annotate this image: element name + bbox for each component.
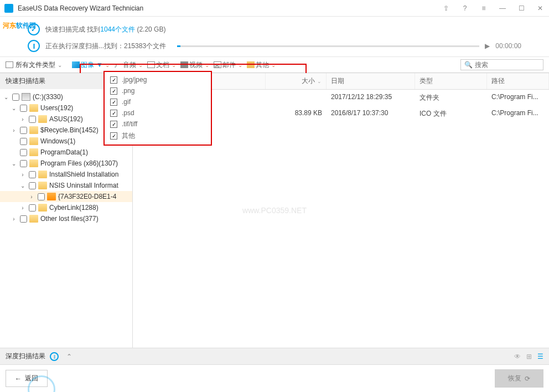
progress-bar[interactable]	[177, 45, 479, 47]
view-mode-icons: 👁 ⊞ ☰	[514, 353, 543, 360]
back-button[interactable]: ← 返回	[6, 370, 48, 387]
tree-item[interactable]: CyberLink(1288)	[0, 202, 132, 213]
col-date[interactable]: 日期	[327, 73, 415, 89]
checkbox-icon[interactable]	[110, 121, 117, 128]
category-other[interactable]: 其他⌄	[247, 60, 276, 70]
play-icon[interactable]: ▶	[485, 42, 490, 50]
filter-option[interactable]: .gif	[105, 96, 211, 107]
tree-checkbox[interactable]	[20, 215, 27, 223]
col-path[interactable]: 路径	[487, 73, 549, 89]
tree-checkbox[interactable]	[29, 182, 36, 189]
orange-folder-icon	[47, 193, 56, 200]
tree-item[interactable]: ProgramData(1)	[0, 147, 132, 158]
tree-item[interactable]: NSIS Uninstall Informat	[0, 180, 132, 191]
folder-icon	[38, 115, 47, 123]
checkbox-icon[interactable]	[110, 132, 117, 140]
category-video[interactable]: 视频⌄	[180, 60, 209, 70]
checkbox-icon[interactable]	[110, 110, 117, 117]
share-icon[interactable]: ⇪	[442, 4, 450, 12]
chevron-icon[interactable]	[2, 94, 10, 100]
tree-item[interactable]: {7A3F32E0-D8E1-4	[0, 191, 132, 202]
chevron-down-icon: ⌄	[205, 62, 209, 68]
main-area: 快速扫描结果 (C:)(3330)Users(192)ASUS(192)$Rec…	[0, 73, 549, 348]
checkbox-icon[interactable]	[110, 99, 117, 106]
elapsed-time: 00:00:00	[495, 42, 521, 50]
expand-icon[interactable]: ⌃	[66, 353, 72, 360]
tree-checkbox[interactable]	[29, 204, 36, 212]
app-title: EaseUS Data Recovery Wizard Technician	[18, 4, 442, 12]
folder-icon	[29, 148, 38, 156]
deep-pause-icon[interactable]	[50, 352, 59, 361]
col-size[interactable]: 大小⌄	[266, 73, 327, 89]
folder-icon	[38, 171, 47, 178]
menu-icon[interactable]: ≡	[479, 4, 488, 12]
view-grid-icon[interactable]: ⊞	[526, 353, 532, 360]
tree-checkbox[interactable]	[29, 171, 36, 178]
category-img[interactable]: 图像▼⌄	[72, 60, 110, 70]
tree-checkbox[interactable]	[20, 105, 27, 112]
all-file-types[interactable]: 所有文件类型 ⌄	[6, 60, 62, 70]
chevron-icon[interactable]	[10, 127, 18, 133]
deep-scan-status: 正在执行深度扫描... 找到： 215383个文件 ▶ 00:00:00	[28, 38, 521, 54]
tree-checkbox[interactable]	[12, 94, 19, 101]
chevron-icon[interactable]	[19, 116, 27, 122]
title-bar: EaseUS Data Recovery Wizard Technician ⇪…	[0, 0, 549, 17]
app-icon	[4, 4, 13, 13]
chevron-icon[interactable]	[10, 216, 18, 222]
chevron-icon[interactable]	[10, 105, 18, 111]
footer: ← 返回 恢复 ⟳	[0, 364, 549, 392]
recover-button[interactable]: 恢复 ⟳	[495, 369, 543, 388]
chevron-icon[interactable]	[19, 172, 27, 178]
tree-checkbox[interactable]	[20, 138, 27, 145]
chevron-icon[interactable]	[19, 205, 27, 211]
check-icon	[28, 23, 40, 35]
chevron-down-icon: ⌄	[138, 62, 143, 68]
category-mail[interactable]: ✉邮件⌄	[214, 60, 242, 70]
minimize-button[interactable]: —	[498, 4, 507, 12]
maximize-button[interactable]: ☐	[517, 4, 526, 12]
deep-scan-panel-header[interactable]: 深度扫描结果 ⌃ 👁 ⊞ ☰	[0, 348, 549, 364]
tree-checkbox[interactable]	[29, 116, 36, 123]
checkbox-icon[interactable]	[110, 87, 117, 95]
chevron-down-icon: ⌄	[172, 62, 176, 68]
chevron-icon[interactable]	[19, 183, 27, 189]
progress-area: ▶ 00:00:00	[177, 42, 521, 50]
chevron-down-icon: ⌄	[58, 62, 62, 68]
filter-option[interactable]: .tif/tiff	[105, 118, 211, 130]
pause-icon[interactable]	[28, 40, 40, 52]
filter-option[interactable]: .png	[105, 85, 211, 96]
sort-icon: ⌄	[317, 79, 322, 84]
image-filter-dropdown[interactable]: .jpg/jpeg.png.gif.psd.tif/tiff其他	[103, 71, 212, 146]
col-type[interactable]: 类型	[415, 73, 487, 89]
search-box[interactable]: 🔍	[460, 59, 543, 70]
folder-icon	[29, 215, 38, 223]
chevron-icon[interactable]	[28, 194, 35, 200]
help-icon[interactable]: ?	[460, 4, 469, 12]
tree-item[interactable]: InstallShield Installation	[0, 169, 132, 180]
chevron-down-icon: ⌄	[238, 62, 242, 68]
tree-checkbox[interactable]	[38, 193, 45, 200]
filter-option[interactable]: .psd	[105, 107, 211, 118]
category-doc[interactable]: 文档⌄	[147, 60, 176, 70]
view-list-icon[interactable]: ☰	[537, 353, 543, 360]
view-eye-icon[interactable]: 👁	[514, 353, 521, 360]
back-arrow-icon: ←	[15, 375, 22, 383]
search-icon: 🔍	[464, 61, 473, 69]
category-audio[interactable]: ♪音频⌄	[114, 60, 143, 70]
search-input[interactable]	[475, 61, 540, 69]
tree-item[interactable]: Other lost files(377)	[0, 213, 132, 224]
close-button[interactable]: ✕	[536, 4, 545, 12]
tree-item[interactable]: Program Files (x86)(1307)	[0, 158, 132, 169]
tree-checkbox[interactable]	[20, 149, 27, 156]
tree-checkbox[interactable]	[20, 160, 27, 167]
filter-option[interactable]: 其他	[105, 130, 211, 142]
filter-option[interactable]: .jpg/jpeg	[105, 74, 211, 85]
folder-icon	[38, 204, 47, 212]
drive-icon	[22, 93, 30, 101]
checkbox-icon[interactable]	[110, 76, 117, 84]
chevron-down-icon: ⌄	[271, 62, 276, 68]
doc-icon	[147, 61, 155, 68]
chevron-icon[interactable]	[10, 161, 18, 167]
tree-checkbox[interactable]	[20, 127, 27, 134]
video-icon	[180, 61, 188, 68]
